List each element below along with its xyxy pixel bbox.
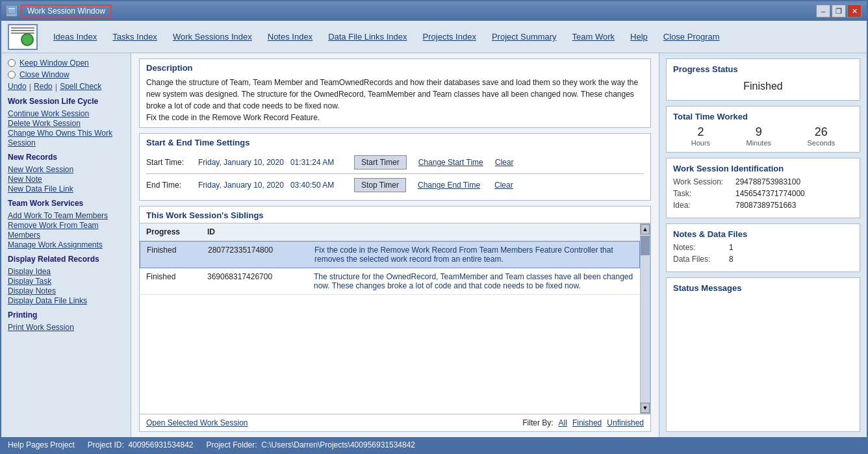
menu-close-program[interactable]: Close Program <box>656 29 728 44</box>
time-settings-section: Start & End Time Settings Start Time: Fr… <box>139 133 651 201</box>
close-window-row: Close Window <box>8 70 124 79</box>
idea-id: 78087389751663 <box>735 201 796 210</box>
project-folder-label: Project Folder: C:\Users\Darren\Projects… <box>207 440 416 449</box>
manage-work-assignments-link[interactable]: Manage Work Assignments <box>8 240 103 249</box>
siblings-title: This Work Session's Siblings <box>140 207 650 223</box>
sibling-item-2[interactable]: Finished 369068317426700 The structure f… <box>140 268 640 295</box>
identification-section: Work Session Identification Work Session… <box>666 158 860 218</box>
scroll-thumb[interactable] <box>641 236 650 255</box>
start-timer-button[interactable]: Start Timer <box>354 155 407 170</box>
main-area: Keep Window Open Close Window Undo | Red… <box>1 53 867 437</box>
end-time-value: Friday, January 10, 2020 03:40:50 AM <box>198 181 354 190</box>
new-data-file-link[interactable]: New Data File Link <box>8 184 73 194</box>
sibling-1-progress: Finished <box>147 246 205 264</box>
stop-timer-button[interactable]: Stop Timer <box>354 178 406 192</box>
task-id-row: Task: 1456547371774000 <box>673 189 853 198</box>
siblings-scrollbar[interactable]: ▲ ▼ <box>640 223 650 414</box>
siblings-footer: Open Selected Work Session Filter By: Al… <box>140 414 650 431</box>
app-icon <box>6 6 17 16</box>
idea-label: Idea: <box>673 201 732 210</box>
main-window: Work Session Window – ❐ ✕ Ideas Index Ta… <box>0 0 868 454</box>
new-note-link[interactable]: New Note <box>8 175 42 184</box>
print-work-session-link[interactable]: Print Work Session <box>8 323 74 332</box>
delete-work-session-link[interactable]: Delete Work Session <box>8 119 81 128</box>
progress-status-title: Progress Status <box>673 64 853 74</box>
description-section: Description Change the structure of Team… <box>139 58 651 128</box>
menu-notes-index[interactable]: Notes Index <box>260 29 320 44</box>
new-work-session-link[interactable]: New Work Session <box>8 165 73 174</box>
restore-button[interactable]: ❐ <box>832 5 846 18</box>
start-time-value: Friday, January 10, 2020 01:31:24 AM <box>198 158 354 167</box>
scroll-up-btn[interactable]: ▲ <box>641 224 650 234</box>
spell-check-link[interactable]: Spell Check <box>60 82 101 92</box>
clear-end-link[interactable]: Clear <box>494 181 513 190</box>
hours-cell: 2 Hours <box>691 125 710 147</box>
menu-tasks-index[interactable]: Tasks Index <box>105 29 165 44</box>
undo-link[interactable]: Undo <box>8 82 27 92</box>
notes-data-files-title: Notes & Data Files <box>673 229 853 239</box>
open-selected-link[interactable]: Open Selected Work Session <box>146 418 248 427</box>
menu-project-summary[interactable]: Project Summary <box>484 29 565 44</box>
display-idea-link[interactable]: Display Idea <box>8 267 51 276</box>
clear-start-link[interactable]: Clear <box>495 158 514 167</box>
filter-all-link[interactable]: All <box>559 418 567 427</box>
col-progress-header: Progress <box>146 227 205 236</box>
keep-window-row: Keep Window Open <box>8 58 124 68</box>
center-content: Description Change the structure of Team… <box>131 53 659 437</box>
col-id-header: ID <box>207 227 311 236</box>
menu-ideas-index[interactable]: Ideas Index <box>45 29 105 44</box>
progress-status-value: Finished <box>673 78 853 95</box>
total-time-title: Total Time Worked <box>673 112 853 121</box>
col-desc-header <box>314 227 633 236</box>
close-button[interactable]: ✕ <box>847 5 862 18</box>
progress-status-section: Progress Status Finished <box>666 58 860 101</box>
change-end-time-link[interactable]: Change End Time <box>411 179 489 192</box>
add-work-to-team-link[interactable]: Add Work To Team Members <box>8 211 108 220</box>
sibling-2-progress: Finished <box>146 272 205 290</box>
change-start-time-link[interactable]: Change Start Time <box>412 156 490 169</box>
time-settings-title: Start & End Time Settings <box>146 138 644 147</box>
sibling-item-1[interactable]: Finished 280772335174800 Fix the code in… <box>140 241 640 268</box>
notes-value: 1 <box>729 243 734 252</box>
logo-image <box>8 24 38 50</box>
team-work-services-title: Team Work Services <box>8 199 124 208</box>
end-time-label: End Time: <box>146 181 198 190</box>
sibling-1-desc: Fix the code in the Remove Work Record F… <box>314 246 633 264</box>
notes-label: Notes: <box>673 243 725 252</box>
keep-window-radio[interactable] <box>8 59 16 67</box>
close-window-radio[interactable] <box>8 71 16 79</box>
data-files-label: Data Files: <box>673 255 725 264</box>
siblings-header-row: Progress ID <box>140 223 640 241</box>
filter-unfinished-link[interactable]: Unfinished <box>607 418 644 427</box>
task-label: Task: <box>673 189 732 198</box>
redo-link[interactable]: Redo <box>34 82 53 92</box>
total-time-section: Total Time Worked 2 Hours 9 Minutes 26 S… <box>666 106 860 153</box>
menu-data-file-links-index[interactable]: Data File Links Index <box>320 29 415 44</box>
seconds-cell: 26 Seconds <box>807 125 835 147</box>
menu-team-work[interactable]: Team Work <box>565 29 623 44</box>
status-bar: Help Pages Project Project ID: 400956931… <box>1 437 867 453</box>
keep-window-link[interactable]: Keep Window Open <box>19 58 89 68</box>
menu-help[interactable]: Help <box>622 29 656 44</box>
display-data-file-links-link[interactable]: Display Data File Links <box>8 296 87 305</box>
display-notes-link[interactable]: Display Notes <box>8 286 56 296</box>
display-task-link[interactable]: Display Task <box>8 277 51 286</box>
scroll-down-btn[interactable]: ▼ <box>641 403 650 413</box>
start-time-row: Start Time: Friday, January 10, 2020 01:… <box>146 151 644 173</box>
change-who-owns-link[interactable]: Change Who Owns This Work Session <box>8 129 112 147</box>
menu-projects-index[interactable]: Projects Index <box>415 29 484 44</box>
printing-title: Printing <box>8 310 124 320</box>
filter-finished-link[interactable]: Finished <box>572 418 602 427</box>
task-id: 1456547371774000 <box>735 189 805 198</box>
menu-work-sessions-index[interactable]: Work Sessions Index <box>165 29 260 44</box>
status-messages-section: Status Messages <box>666 277 860 432</box>
idea-id-row: Idea: 78087389751663 <box>673 201 853 210</box>
remove-work-from-team-link[interactable]: Remove Work From Team Members <box>8 221 99 240</box>
continue-work-session-link[interactable]: Continue Work Session <box>8 109 89 118</box>
minimize-button[interactable]: – <box>816 5 830 18</box>
time-worked-grid: 2 Hours 9 Minutes 26 Seconds <box>673 125 853 147</box>
close-window-link[interactable]: Close Window <box>19 70 70 79</box>
sidebar: Keep Window Open Close Window Undo | Red… <box>1 53 131 437</box>
status-messages-title: Status Messages <box>673 283 853 293</box>
seconds-label: Seconds <box>807 139 835 147</box>
